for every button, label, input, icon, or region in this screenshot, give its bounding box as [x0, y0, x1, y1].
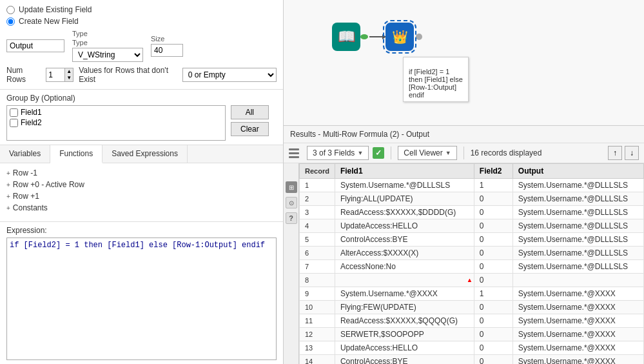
cell-field1: ControlAccess:BYE: [335, 233, 474, 247]
group-by-label: Group By (Optional): [6, 94, 277, 103]
cell-viewer-arrow: ▼: [445, 150, 451, 156]
table-body: 1 System.Username.*@DLLLSLS 1 System.Use…: [300, 179, 644, 365]
workflow: 📖 👑: [332, 23, 422, 51]
help-icon-button[interactable]: ?: [286, 212, 297, 224]
cell-field2: 0: [474, 233, 512, 247]
tooltip-text: if [Field2] = 1 then [Field1] else [Row-…: [409, 68, 463, 99]
results-toolbar: 3 of 3 Fields ▼ ✓ Cell Viewer ▼ 16 recor…: [284, 143, 644, 163]
field1-checkbox[interactable]: [10, 108, 18, 117]
num-rows-input[interactable]: [46, 69, 64, 81]
cell-record: 11: [300, 314, 335, 328]
update-field-row[interactable]: Update Existing Field: [6, 5, 277, 14]
toolbar-side-icons: [289, 148, 299, 158]
cell-field2: 0: [474, 260, 512, 274]
cell-field2: 0: [474, 247, 512, 260]
cell-record: 9: [300, 287, 335, 301]
create-field-row[interactable]: Create New Field: [6, 17, 277, 26]
cell-record: 14: [300, 355, 335, 365]
spinner-up[interactable]: ▲: [64, 68, 73, 75]
group-by-content: Field1 Field2 All Clear: [6, 105, 277, 141]
side-icon-column: ⊞ ⊙ ?: [284, 163, 299, 364]
tree-row-plus1[interactable]: + Row +1: [6, 190, 277, 202]
size-input[interactable]: [151, 44, 183, 57]
cell-field1: ControlAccess:BYE: [335, 355, 474, 365]
toolbar-separator1: [391, 147, 391, 159]
crown-node[interactable]: 👑: [385, 23, 414, 51]
type-group: Type Type V_WString V_String Int32 Doubl…: [72, 30, 143, 62]
tab-variables[interactable]: Variables: [0, 145, 50, 163]
cell-record: 10: [300, 301, 335, 314]
all-button[interactable]: All: [231, 105, 269, 119]
nav-up-button[interactable]: ↑: [608, 146, 622, 160]
cell-field1: System.Username.*@DLLLSLS: [335, 179, 474, 192]
update-radio[interactable]: [6, 6, 15, 14]
cell-viewer-button[interactable]: Cell Viewer ▼: [398, 146, 456, 160]
book-node[interactable]: 📖: [332, 23, 360, 51]
cell-output: System.Username.*@DLLLSLS: [512, 206, 643, 219]
table-row: 3 ReadAccess:$XXXXX,$DDDD(G) 0 System.Us…: [300, 206, 644, 219]
cell-field2: 0: [474, 219, 512, 233]
values-select[interactable]: 0 or Empty Null Error: [182, 68, 277, 82]
toolbar-separator2: [463, 147, 464, 159]
tree-row-zero[interactable]: + Row +0 - Active Row: [6, 179, 277, 190]
tab-functions[interactable]: Functions: [50, 145, 102, 163]
cell-field1: SERWETR,$SOOPOPP: [335, 328, 474, 341]
filter-icon-button[interactable]: ⊙: [286, 197, 297, 208]
cell-record: 6: [300, 247, 335, 260]
nav-down-button[interactable]: ↓: [625, 146, 639, 160]
num-rows-spinner[interactable]: ▲ ▼: [46, 68, 73, 81]
fields-selector-button[interactable]: 3 of 3 Fields ▼: [307, 146, 369, 160]
right-dot: [416, 34, 422, 40]
checkmark-button[interactable]: ✓: [373, 147, 384, 159]
cell-output: System.Username.*@XXXX: [512, 355, 643, 365]
expression-textarea[interactable]: if [Field2] = 1 then [Field1] else [Row-…: [6, 238, 277, 360]
table-row: 1 System.Username.*@DLLLSLS 1 System.Use…: [300, 179, 644, 192]
table-view-icon[interactable]: ⊞: [286, 181, 297, 193]
field1-item[interactable]: Field1: [8, 107, 224, 117]
cell-output: [512, 274, 643, 287]
cell-output: System.Username.*@XXXX: [512, 287, 643, 301]
tree-constants[interactable]: + Constants: [6, 202, 277, 214]
results-header: Results - Multi-Row Formula (2) - Output: [284, 126, 644, 143]
field2-checkbox[interactable]: [10, 119, 18, 127]
cell-record: 1: [300, 179, 335, 192]
table-header-row: Record Field1 Field2 Output: [300, 164, 644, 179]
expand-icon-constants: +: [6, 205, 10, 212]
cell-record: 5: [300, 233, 335, 247]
type-label-text: Type: [72, 39, 143, 46]
field-name-input[interactable]: [6, 39, 64, 52]
table-row: 12 SERWETR,$SOOPOPP 0 System.Username.*@…: [300, 328, 644, 341]
data-table: Record Field1 Field2 Output 1 System.Use…: [299, 163, 644, 364]
spinner-down[interactable]: ▼: [64, 75, 73, 81]
tree-row-minus1[interactable]: + Row -1: [6, 167, 277, 179]
expression-label: Expression:: [6, 226, 277, 235]
cell-output: System.Username.*@XXXX: [512, 328, 643, 341]
group-by-section: Group By (Optional) Field1 Field2 All Cl…: [0, 90, 283, 145]
tabs-bar: Variables Functions Saved Expressions: [0, 145, 283, 163]
create-radio[interactable]: [6, 17, 15, 26]
cell-field1: Flying:FEW(UPDATE): [335, 301, 474, 314]
field2-item[interactable]: Field2: [8, 117, 224, 128]
menu-line1: [289, 148, 299, 150]
field2-label: Field2: [21, 118, 42, 127]
checkmark-icon: ✓: [375, 148, 382, 157]
cell-field2: 1: [474, 179, 512, 192]
cell-output: System.Username.*@DLLLSLS: [512, 247, 643, 260]
clear-button[interactable]: Clear: [231, 122, 269, 136]
canvas-area: 📖 👑 if [Field2] = 1 then [Field1]: [284, 0, 644, 126]
table-row: 6 AlterAccess:$XXXX(X) 0 System.Username…: [300, 247, 644, 260]
crown-icon: 👑: [392, 29, 408, 45]
cell-field1: UpdateAccess:HELLO: [335, 341, 474, 355]
table-row: 5 ControlAccess:BYE 0 System.Username.*@…: [300, 233, 644, 247]
type-select[interactable]: V_WString V_String Int32 Double: [72, 48, 143, 62]
tab-saved-expressions[interactable]: Saved Expressions: [102, 145, 188, 163]
fields-list: Field1 Field2: [6, 105, 226, 141]
cell-output: System.Username.*@DLLLSLS: [512, 260, 643, 274]
table-row: 8 ▲ 0: [300, 274, 644, 287]
update-label: Update Existing Field: [19, 5, 92, 14]
constants-label: Constants: [13, 203, 48, 212]
table-row: 9 System.Username.*@XXXX 1 System.Userna…: [300, 287, 644, 301]
type-label: Type: [72, 30, 143, 37]
cell-record: 13: [300, 341, 335, 355]
expression-section: Expression: if [Field2] = 1 then [Field1…: [0, 222, 283, 364]
